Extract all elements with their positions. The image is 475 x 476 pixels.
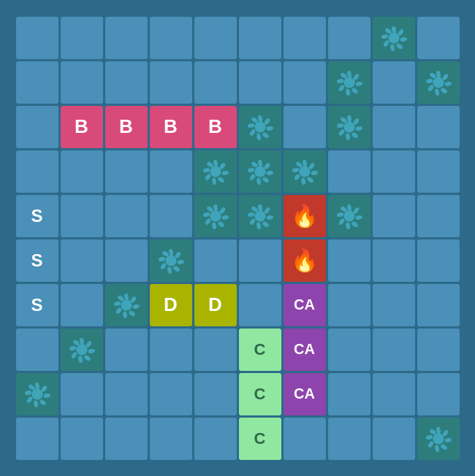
svg-point-54 xyxy=(254,166,265,177)
svg-point-58 xyxy=(262,176,270,183)
svg-point-43 xyxy=(336,123,343,128)
svg-point-9 xyxy=(343,77,354,88)
cell-5-8 xyxy=(373,239,415,282)
cell-7-8 xyxy=(373,329,415,371)
svg-point-18 xyxy=(433,77,444,88)
svg-point-102 xyxy=(177,259,184,264)
svg-point-115 xyxy=(113,301,121,306)
cell-0-6 xyxy=(284,17,326,59)
cell-1-1 xyxy=(61,61,103,104)
cell-7-1 xyxy=(61,329,103,371)
cell-2-5 xyxy=(239,106,281,148)
svg-point-81 xyxy=(254,210,265,221)
splash-icon xyxy=(246,113,274,141)
cell-9-4 xyxy=(194,418,237,460)
cell-5-7 xyxy=(328,239,370,282)
c-label: C xyxy=(254,385,266,404)
svg-point-126 xyxy=(31,388,42,399)
cell-6-9 xyxy=(417,284,460,326)
svg-point-6 xyxy=(382,39,390,47)
svg-point-46 xyxy=(213,159,218,166)
cell-0-4 xyxy=(194,17,237,59)
svg-point-73 xyxy=(213,204,218,211)
cell-9-6 xyxy=(284,418,326,460)
cell-6-3: D xyxy=(150,284,192,326)
svg-point-84 xyxy=(266,215,273,220)
d-label: D xyxy=(164,293,178,316)
cell-1-9 xyxy=(417,61,460,104)
svg-point-23 xyxy=(434,88,439,96)
cell-2-8 xyxy=(373,106,415,148)
cell-6-8 xyxy=(373,284,415,326)
svg-point-99 xyxy=(165,255,176,266)
cell-3-8 xyxy=(373,150,415,193)
svg-point-41 xyxy=(345,133,350,140)
cell-3-2 xyxy=(105,150,148,193)
cell-6-0: S xyxy=(16,284,58,326)
svg-point-68 xyxy=(300,177,305,185)
svg-point-103 xyxy=(172,265,180,272)
splash-icon xyxy=(113,291,140,319)
cell-1-0 xyxy=(16,61,58,104)
cell-6-5 xyxy=(239,284,281,326)
cell-4-5 xyxy=(239,195,281,237)
cell-8-7 xyxy=(328,373,370,415)
cell-5-0: S xyxy=(16,239,58,282)
svg-point-136 xyxy=(436,426,441,434)
svg-point-45 xyxy=(210,166,221,177)
svg-point-48 xyxy=(221,170,229,175)
svg-point-111 xyxy=(132,304,140,309)
svg-point-133 xyxy=(24,390,31,395)
svg-point-57 xyxy=(266,170,273,175)
svg-point-118 xyxy=(79,337,84,345)
cell-4-9 xyxy=(417,195,460,237)
cell-6-7 xyxy=(328,284,370,326)
cell-7-9 xyxy=(417,329,460,371)
svg-point-78 xyxy=(204,218,211,226)
svg-point-76 xyxy=(217,220,225,228)
s-label: S xyxy=(31,295,42,315)
svg-point-42 xyxy=(338,128,345,137)
svg-point-114 xyxy=(115,307,122,315)
splash-icon xyxy=(202,202,229,230)
cell-3-9 xyxy=(417,150,460,193)
svg-point-138 xyxy=(444,437,452,442)
svg-point-112 xyxy=(128,310,136,317)
svg-point-59 xyxy=(256,177,261,185)
svg-point-79 xyxy=(202,212,210,217)
svg-point-88 xyxy=(247,212,254,217)
cell-0-5 xyxy=(239,17,281,59)
ca-label: CA xyxy=(294,296,315,313)
svg-point-106 xyxy=(158,256,165,261)
cell-2-6 xyxy=(284,106,326,148)
b-label: B xyxy=(208,115,222,138)
cell-5-4 xyxy=(194,239,237,282)
svg-point-141 xyxy=(427,440,434,448)
cell-0-2 xyxy=(105,17,148,59)
cell-7-0 xyxy=(16,329,58,371)
svg-point-0 xyxy=(388,32,399,43)
svg-point-91 xyxy=(346,204,352,211)
svg-point-55 xyxy=(257,159,262,166)
svg-point-122 xyxy=(77,356,83,363)
cell-1-5 xyxy=(239,61,281,104)
cell-0-9 xyxy=(417,17,460,59)
svg-point-131 xyxy=(33,400,38,407)
splash-icon xyxy=(425,69,452,96)
svg-point-120 xyxy=(88,348,95,353)
svg-point-66 xyxy=(311,170,318,175)
cell-3-4 xyxy=(194,150,237,193)
cell-9-2 xyxy=(105,418,148,460)
svg-point-64 xyxy=(302,159,307,166)
cell-9-8 xyxy=(373,418,415,460)
cell-4-7 xyxy=(328,195,370,237)
fire-icon: 🔥 xyxy=(291,247,318,273)
splash-icon xyxy=(246,158,274,185)
splash-icon xyxy=(23,380,51,408)
cell-7-6: CA xyxy=(284,329,326,371)
splash-icon xyxy=(68,336,96,364)
cell-1-3 xyxy=(150,61,192,104)
svg-point-139 xyxy=(440,443,448,450)
svg-point-60 xyxy=(248,173,256,181)
cell-3-7 xyxy=(328,150,370,193)
